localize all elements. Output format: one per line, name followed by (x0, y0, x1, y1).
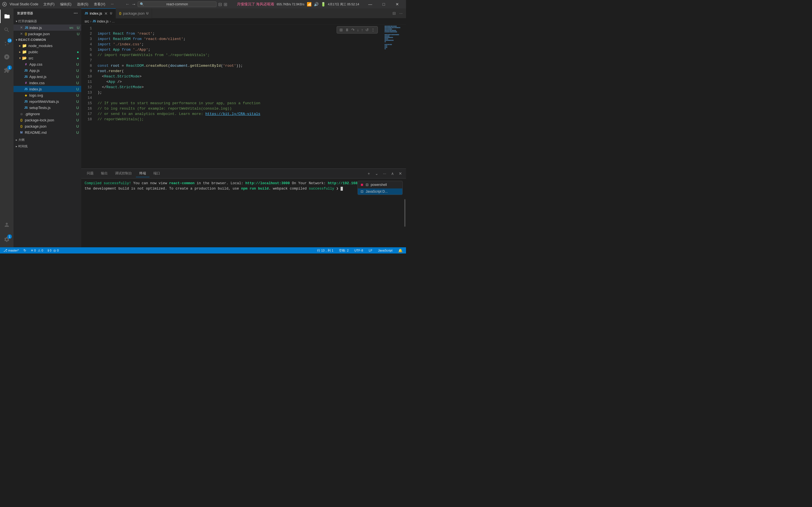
step-over-icon[interactable]: ↷ (350, 27, 356, 33)
source-control-badge: 18 (7, 38, 12, 43)
app-css-item[interactable]: # App.css U (13, 61, 81, 67)
panel-tab-terminal[interactable]: 终端 (136, 170, 149, 177)
tab-indexjs-close[interactable]: ✕ (104, 11, 108, 16)
menu-view[interactable]: 查看(V) (92, 1, 107, 7)
notification-text: 月慢慢沉了 海风还呢着 (237, 2, 274, 7)
success-word: successfully (309, 187, 334, 191)
open-editor-item-packagejson[interactable]: ✕ {} package.json U (13, 31, 81, 37)
timeline-section[interactable]: ▸ 时间线 (13, 143, 81, 150)
app-js-item[interactable]: JS App.js U (13, 67, 81, 73)
code-content[interactable]: import React from 'react'; import ReactD… (95, 24, 384, 168)
app-test-item[interactable]: JS App.test.js U (13, 73, 81, 80)
network-icon: 📶 (307, 2, 312, 6)
pause-icon[interactable]: ⏸ (344, 27, 350, 33)
modified-badge: U (77, 25, 81, 30)
extensions-icon[interactable]: 1 (0, 64, 13, 77)
layout-icon[interactable]: ⊟ (218, 2, 222, 7)
nav-back-btn[interactable]: ← (125, 2, 130, 7)
eol-item[interactable]: LF (368, 247, 373, 253)
breadcrumb-file[interactable]: index.js (97, 19, 109, 23)
open-editor-item-indexjs[interactable]: ✕ JS index.js src U (13, 24, 81, 31)
panel-tab-problems[interactable]: 问题 (84, 170, 97, 177)
restart-icon[interactable]: ↺ (364, 27, 370, 33)
explorer-icon[interactable] (0, 10, 13, 23)
setup-tests-item[interactable]: JS setupTests.js U (13, 105, 81, 111)
vscode-logo-icon (2, 2, 7, 6)
js-debug-item[interactable]: ⊡ JavaScript D... (358, 188, 402, 194)
menu-select[interactable]: 选择(S) (75, 1, 91, 7)
logo-svg-item[interactable]: ◈ logo.svg U (13, 92, 81, 98)
split-view-icon[interactable]: ⊟ (391, 10, 397, 17)
step-into-icon[interactable]: ↓ (356, 27, 360, 33)
network-label: On Your Network: (292, 181, 328, 185)
more-debug-icon[interactable]: ⋮ (370, 27, 376, 33)
search-activity-icon[interactable] (0, 23, 13, 37)
gitignore-item[interactable]: ◎ .gitignore U (13, 111, 81, 117)
notification-bell[interactable]: 🔔 (397, 247, 404, 253)
menu-file[interactable]: 文件(F) (41, 1, 57, 7)
sidebar-header: 资源管理器 ··· (13, 8, 81, 18)
src-item[interactable]: ▾ 📂 src ● (13, 55, 81, 61)
position-item[interactable]: 行 13，列 1 (316, 247, 335, 253)
menu-more[interactable]: ··· (109, 1, 116, 7)
split-editor-icon[interactable]: ⊞ (223, 2, 227, 7)
sync-item[interactable]: ↻ (22, 247, 28, 253)
branch-item[interactable]: ⎇ master* (2, 247, 20, 253)
terminal-scrollbar[interactable] (404, 199, 405, 227)
panel-tab-ports[interactable]: 端口 (150, 170, 163, 177)
css-icon: # (24, 63, 28, 66)
create-msg: To create a production build, use (169, 187, 241, 191)
code-editor: 12345 678910 1112131415 161718 import Re… (81, 24, 406, 168)
encoding-item[interactable]: UTF-8 (353, 247, 364, 253)
open-editors-section[interactable]: ▾ 打开的编辑器 (13, 18, 81, 24)
info-icon2: ◎ (53, 249, 56, 252)
report-web-vitals-item[interactable]: JS reportWebVitals.js U (13, 98, 81, 105)
titlebar-left: Visual Studio Code 文件(F) 编辑(E) 选择(S) 查看(… (2, 1, 116, 7)
spaces-item[interactable]: 空格: 2 (338, 247, 350, 253)
readme-item[interactable]: M README.md U (13, 129, 81, 135)
language-item[interactable]: JavaScript (377, 247, 394, 253)
package-lock-item[interactable]: {} package-lock.json U (13, 117, 81, 123)
powershell-item[interactable]: ■ ⊡ powershell (358, 181, 402, 188)
panel-collapse-icon[interactable]: ∧ (389, 170, 396, 177)
folder-closed-icon: ▸ (19, 44, 21, 48)
terminal-prompt: ❯ (336, 187, 341, 191)
settings-icon[interactable]: 1 (0, 233, 13, 246)
package-json-item[interactable]: {} package.json U (13, 123, 81, 129)
index-js-item[interactable]: JS index.js U (13, 86, 81, 92)
project-section[interactable]: ▾ REACT-COMMON (13, 37, 81, 43)
json-icon2: {} (19, 119, 24, 122)
close-btn[interactable]: ✕ (391, 0, 404, 8)
public-item[interactable]: ▸ 📁 public ● (13, 49, 81, 55)
panel-close-icon[interactable]: ✕ (397, 170, 404, 177)
nav-forward-btn[interactable]: → (132, 2, 136, 7)
source-control-icon[interactable]: 18 (0, 37, 13, 50)
grid-icon[interactable]: ⊞ (339, 27, 344, 33)
menu-edit[interactable]: 编辑(E) (58, 1, 73, 7)
css-icon2: # (24, 81, 28, 84)
sidebar-more-btn[interactable]: ··· (73, 11, 78, 16)
panel-more-icon[interactable]: ··· (381, 170, 388, 177)
account-icon[interactable] (0, 218, 13, 231)
terminal-dropdown-icon[interactable]: ⌄ (373, 170, 380, 177)
search-bar[interactable]: 🔍 (138, 1, 216, 7)
close-icon[interactable]: ✕ (19, 25, 24, 30)
node-modules-item[interactable]: ▸ 📁 node_modules (13, 43, 81, 49)
panel-tab-debug-console[interactable]: 调试控制台 (112, 170, 135, 177)
outline-section[interactable]: ▸ 大纲 (13, 136, 81, 143)
errors-item[interactable]: ✕ 0 ⚠ 0 (30, 247, 44, 253)
info-item[interactable]: ℹ 0 ◎ 0 (47, 247, 60, 253)
tab-indexjs[interactable]: JS index.js ✕ U (81, 8, 116, 18)
more-actions-icon[interactable]: ··· (398, 10, 404, 17)
search-input[interactable] (138, 1, 216, 7)
panel-tab-output[interactable]: 输出 (98, 170, 111, 177)
minimize-btn[interactable]: — (364, 0, 377, 8)
index-css-item[interactable]: # index.css U (13, 80, 81, 86)
maximize-btn[interactable]: □ (377, 0, 390, 8)
breadcrumb-src[interactable]: src (85, 19, 89, 23)
step-out-icon[interactable]: ↑ (360, 27, 364, 33)
run-debug-icon[interactable] (0, 50, 13, 64)
tab-packagejson[interactable]: {} package.json U (116, 8, 152, 18)
open-editors-label: 打开的编辑器 (18, 19, 37, 23)
add-terminal-icon[interactable]: + (365, 170, 372, 177)
